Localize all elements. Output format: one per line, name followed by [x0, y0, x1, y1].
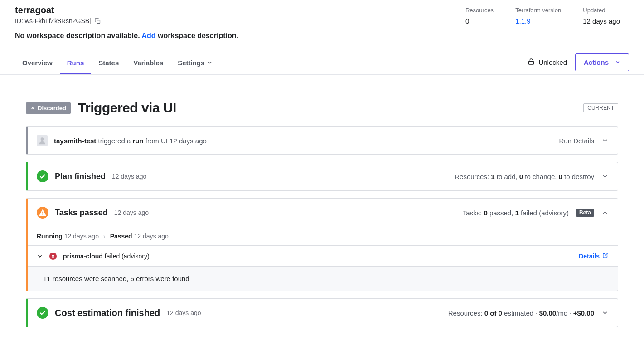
- chevron-right-icon: ›: [103, 233, 106, 240]
- chevron-up-icon[interactable]: [601, 209, 609, 216]
- cost-summary: Resources: 0 of 0 estimated · $0.00/mo ·…: [448, 309, 594, 317]
- task-item: prisma-cloud failed (advisory): [63, 253, 150, 260]
- tab-variables[interactable]: Variables: [126, 53, 170, 74]
- tab-overview[interactable]: Overview: [15, 53, 60, 74]
- chevron-down-icon: [615, 58, 620, 66]
- tasks-timeline: Running 12 days ago › Passed 12 days ago: [28, 227, 618, 245]
- meta-updated-value: 12 days ago: [583, 17, 620, 25]
- x-icon: [30, 105, 35, 112]
- avatar-icon: [37, 135, 48, 146]
- task-message: 11 resources were scanned, 6 errors were…: [28, 266, 618, 291]
- tasks-card: Tasks passed 12 days ago Tasks: 0 passed…: [26, 198, 618, 291]
- run-title: Triggered via UI: [78, 100, 176, 116]
- meta-resources-value: 0: [465, 17, 494, 25]
- cost-title: Cost estimation finished: [55, 308, 160, 318]
- tab-settings[interactable]: Settings: [170, 53, 220, 74]
- cost-card: Cost estimation finished 12 days ago Res…: [26, 298, 618, 327]
- discarded-label: Discarded: [38, 105, 66, 112]
- cost-time: 12 days ago: [166, 309, 201, 316]
- tasks-title: Tasks passed: [55, 208, 108, 218]
- check-circle-icon: [37, 307, 48, 319]
- meta-tfversion-value[interactable]: 1.1.9: [515, 17, 561, 25]
- svg-rect-1: [529, 61, 534, 64]
- plan-card: Plan finished 12 days ago Resources: 1 t…: [26, 162, 618, 191]
- description-prefix: No workspace description available.: [15, 32, 140, 39]
- meta-updated-label: Updated: [583, 7, 620, 14]
- meta-resources-label: Resources: [465, 7, 494, 14]
- svg-rect-0: [97, 20, 100, 23]
- discarded-badge: Discarded: [26, 102, 71, 114]
- beta-badge: Beta: [576, 209, 594, 217]
- run-details-toggle[interactable]: Run Details: [559, 137, 594, 145]
- workspace-id: ID: ws-FkhLfZk8Rsn2GSBj: [15, 17, 91, 24]
- meta-tfversion-label: Terraform version: [515, 7, 561, 14]
- task-details-link[interactable]: Details: [579, 252, 609, 260]
- tab-settings-label: Settings: [178, 59, 204, 67]
- chevron-down-icon[interactable]: [601, 137, 609, 144]
- details-label: Details: [579, 253, 600, 260]
- trigger-card: taysmith-test triggered a run from UI 12…: [26, 126, 618, 155]
- plan-time: 12 days ago: [112, 173, 146, 180]
- tab-states[interactable]: States: [91, 53, 126, 74]
- warning-icon: [37, 207, 48, 219]
- actions-button[interactable]: Actions: [575, 53, 629, 71]
- chevron-down-icon[interactable]: [601, 173, 609, 180]
- chevron-down-icon[interactable]: [37, 253, 43, 259]
- copy-icon[interactable]: [94, 18, 101, 24]
- workspace-name: terragoat: [15, 5, 465, 15]
- plan-resources: Resources: 1 to add, 0 to change, 0 to d…: [455, 173, 594, 180]
- trigger-text: taysmith-test triggered a run from UI 12…: [54, 137, 207, 145]
- add-description-link[interactable]: Add: [142, 32, 156, 39]
- tasks-summary: Tasks: 0 passed, 1 failed (advisory): [463, 209, 569, 217]
- x-circle-icon: [49, 253, 57, 260]
- check-circle-icon: [37, 170, 48, 182]
- lock-status-label: Unlocked: [538, 58, 567, 66]
- lock-status[interactable]: Unlocked: [528, 58, 567, 67]
- description-suffix: workspace description.: [158, 32, 238, 39]
- external-link-icon: [602, 252, 609, 260]
- svg-line-6: [605, 253, 608, 256]
- actions-label: Actions: [584, 58, 609, 66]
- chevron-down-icon[interactable]: [601, 309, 609, 316]
- tasks-time: 12 days ago: [114, 209, 149, 216]
- current-badge: CURRENT: [583, 103, 618, 112]
- tab-runs[interactable]: Runs: [60, 53, 92, 74]
- unlock-icon: [528, 58, 535, 67]
- plan-title: Plan finished: [55, 172, 106, 181]
- chevron-down-icon: [207, 59, 213, 67]
